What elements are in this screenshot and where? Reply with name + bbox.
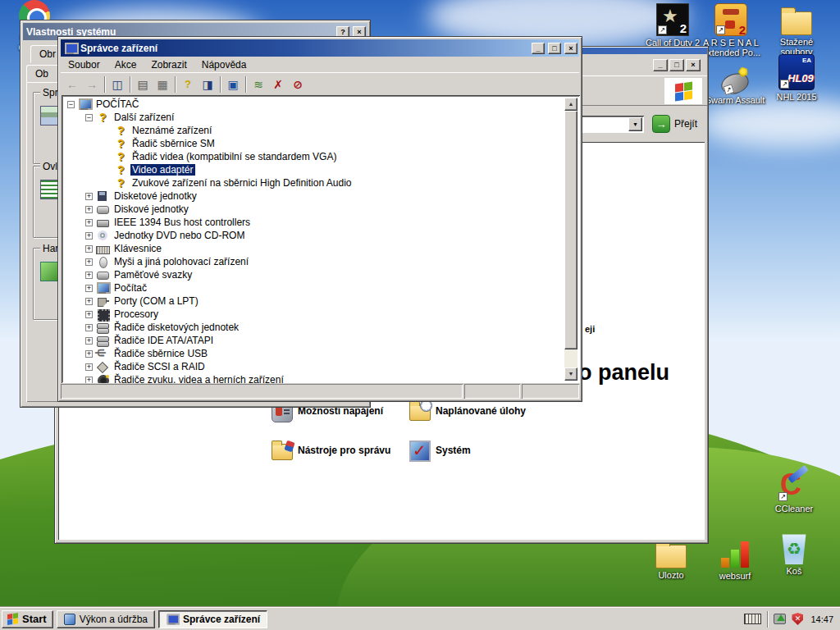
expand-icon[interactable]: +: [85, 258, 93, 266]
tree-item-label[interactable]: Neznámé zařízení: [130, 125, 213, 136]
close-button[interactable]: ×: [686, 59, 701, 71]
tree-row[interactable]: +Procesory: [64, 308, 564, 321]
cp-item-admin-tools[interactable]: Nástroje pro správu: [272, 441, 409, 480]
expand-icon[interactable]: +: [85, 206, 93, 213]
tree-row[interactable]: +Disketové jednotky: [64, 189, 564, 203]
tree-row[interactable]: +Řadiče disketových jednotek: [64, 321, 564, 334]
tree-item-label[interactable]: Řadiče SCSI a RAID: [112, 361, 207, 372]
tree-item-label[interactable]: Porty (COM a LPT): [112, 295, 200, 307]
tree-item-label[interactable]: Video adaptér: [130, 164, 195, 176]
desktop-icon-call-of-duty-2[interactable]: 2↗Call of Duty 2: [641, 3, 704, 48]
tree-item-label[interactable]: Procesory: [112, 308, 160, 320]
uninstall-icon[interactable]: ✗: [268, 75, 288, 94]
minimize-button[interactable]: _: [653, 59, 668, 71]
tree-item-label[interactable]: IEEE 1394 Bus host controllers: [112, 217, 252, 228]
scrollbar-thumb[interactable]: [564, 111, 578, 349]
expand-icon[interactable]: +: [85, 298, 93, 305]
task-link-fragment[interactable]: eji: [585, 324, 595, 334]
tree-row[interactable]: +Diskové jednotky: [64, 203, 564, 216]
keyboard-icon[interactable]: [744, 614, 761, 624]
tree-row[interactable]: +Myši a jiná polohovací zařízení: [64, 255, 564, 268]
expand-icon[interactable]: +: [85, 285, 93, 292]
cp-item-scheduled-tasks[interactable]: Naplánované úlohy: [409, 401, 547, 441]
properties-icon[interactable]: ▤: [133, 75, 153, 94]
tree-row[interactable]: Zvukové zařízení na sběrnici High Defini…: [64, 176, 564, 189]
menu-zobrazit[interactable]: Zobrazit: [144, 57, 194, 72]
tree-row[interactable]: +Klávesnice: [64, 242, 564, 255]
minimize-button[interactable]: _: [532, 43, 545, 54]
expand-icon[interactable]: +: [85, 350, 93, 358]
tree-item-label[interactable]: POČÍTAČ: [94, 98, 140, 110]
tree-row[interactable]: −Další zařízení: [64, 111, 564, 124]
chevron-down-icon[interactable]: ▼: [628, 117, 642, 131]
expand-icon[interactable]: +: [85, 272, 93, 279]
tree-row[interactable]: +Jednotky DVD nebo CD-ROM: [64, 229, 564, 242]
tree-item-label[interactable]: Řadiče disketových jednotek: [112, 322, 240, 333]
update-driver-icon[interactable]: ▣: [223, 75, 243, 94]
maximize-button[interactable]: □: [548, 43, 561, 54]
collapse-icon[interactable]: −: [67, 101, 75, 108]
tree-item-label[interactable]: Řadiče sběrnice USB: [112, 348, 209, 359]
tree-row[interactable]: Řadič sběrnice SM: [64, 137, 564, 150]
close-button[interactable]: ×: [564, 43, 578, 54]
menu-akce[interactable]: Akce: [107, 57, 144, 72]
desktop-icon-swarm-assault[interactable]: ↗Swarm Assault: [704, 67, 766, 105]
expand-icon[interactable]: +: [85, 232, 93, 240]
tree-item-label[interactable]: Další zařízení: [112, 112, 176, 123]
print-icon[interactable]: ▦: [153, 75, 172, 94]
tree-item-label[interactable]: Počítač: [112, 282, 148, 294]
tree-item-label[interactable]: Klávesnice: [112, 243, 163, 254]
tree-row[interactable]: +Paměťové svazky: [64, 268, 564, 281]
tree-item-label[interactable]: Zvukové zařízení na sběrnici High Defini…: [130, 177, 353, 189]
taskbar-task-2[interactable]: Správce zařízení: [158, 610, 267, 628]
tree-row[interactable]: +Řadiče SCSI a RAID: [64, 360, 564, 373]
desktop-icon-websurf[interactable]: websurf: [704, 536, 766, 581]
menu-napoveda[interactable]: Nápověda: [194, 57, 254, 72]
expand-icon[interactable]: +: [85, 337, 93, 345]
collapse-icon[interactable]: −: [85, 114, 93, 121]
scroll-up-icon[interactable]: ▲: [564, 98, 578, 111]
show-console-tree-icon[interactable]: ◫: [107, 75, 127, 94]
security-alert-icon[interactable]: ✕: [792, 613, 803, 625]
desktop-icon-stazene-soubory[interactable]: Stažené soubory: [765, 5, 828, 57]
taskbar-task-1[interactable]: Výkon a údržba: [57, 610, 155, 628]
expand-icon[interactable]: +: [85, 245, 93, 253]
maximize-button[interactable]: □: [669, 59, 684, 71]
tree-row[interactable]: +IEEE 1394 Bus host controllers: [64, 216, 564, 229]
scan-hardware-icon[interactable]: ≋: [249, 75, 268, 94]
tree-row[interactable]: Video adaptér: [64, 163, 564, 176]
help-icon[interactable]: ?: [178, 75, 198, 94]
tree-item-label[interactable]: Diskové jednotky: [112, 203, 190, 215]
start-button[interactable]: Start: [2, 610, 53, 628]
tree-item-label[interactable]: Řadič sběrnice SM: [130, 138, 217, 149]
tree-row[interactable]: Neznámé zařízení: [64, 124, 564, 137]
tree-item-label[interactable]: Řadiče IDE ATA/ATAPI: [112, 335, 215, 346]
menu-soubor[interactable]: Soubor: [61, 57, 107, 72]
device-manager-titlebar[interactable]: Správce zařízení _ □ ×: [61, 39, 579, 57]
expand-icon[interactable]: +: [85, 311, 93, 318]
expand-icon[interactable]: +: [85, 324, 93, 331]
desktop-icon-kos[interactable]: Koš: [763, 533, 825, 576]
tree-row[interactable]: +Řadiče IDE ATA/ATAPI: [64, 334, 564, 347]
tree-row[interactable]: −POČÍTAČ: [64, 98, 564, 111]
safely-remove-hardware-icon[interactable]: [774, 614, 786, 624]
tree-item-label[interactable]: Disketové jednotky: [112, 190, 199, 202]
tree-item-label[interactable]: Řadič videa (kompatibilní se standardem …: [130, 151, 338, 162]
vertical-scrollbar[interactable]: ▲ ▼: [564, 98, 578, 381]
tree-item-label[interactable]: Jednotky DVD nebo CD-ROM: [112, 230, 246, 241]
expand-icon[interactable]: +: [85, 363, 93, 371]
scroll-down-icon[interactable]: ▼: [564, 368, 578, 381]
expand-icon[interactable]: +: [85, 193, 93, 200]
disable-icon[interactable]: ⊘: [288, 75, 308, 94]
tree-row[interactable]: +Porty (COM a LPT): [64, 294, 564, 308]
desktop-icon-arsenal[interactable]: 2↗A R S E N A L Extended Po...: [700, 3, 762, 57]
tree-row[interactable]: Řadič videa (kompatibilní se standardem …: [64, 150, 564, 163]
tree-row[interactable]: +Počítač: [64, 281, 564, 294]
desktop-icon-ulozto[interactable]: Ulozto: [640, 538, 702, 580]
tree-row[interactable]: +Řadiče sběrnice USB: [64, 347, 564, 360]
tree-item-label[interactable]: Paměťové svazky: [112, 269, 194, 281]
go-button[interactable]: → Přejít: [649, 113, 701, 135]
tree-item-label[interactable]: Myši a jiná polohovací zařízení: [112, 256, 250, 267]
desktop-icon-ccleaner[interactable]: ↗CCleaner: [763, 469, 825, 514]
desktop-icon-nhl-2015[interactable]: EAHL09↗NHL 2015: [765, 54, 828, 102]
